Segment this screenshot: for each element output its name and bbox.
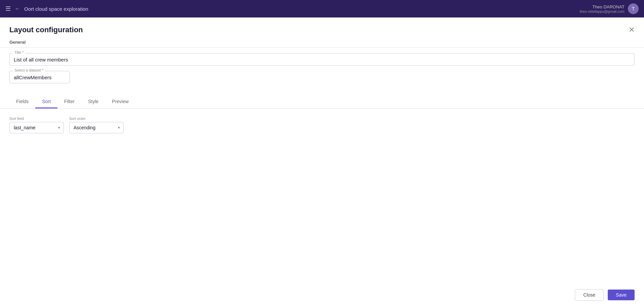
title-field-label: Title * (13, 50, 25, 54)
tab-style[interactable]: Style (81, 95, 105, 108)
section-general-label: General (0, 34, 644, 47)
modal-footer: Close Save (565, 284, 644, 306)
title-field-value[interactable]: List of all crew members (14, 55, 630, 62)
sort-field-label: Sort field (9, 117, 64, 121)
tab-filter[interactable]: Filter (57, 95, 81, 108)
modal-close-button[interactable]: ✕ (629, 26, 635, 34)
tabs-container: Fields Sort Filter Style Preview (0, 95, 644, 108)
dataset-field-label: Select a dataset * (13, 68, 45, 72)
sort-order-select[interactable]: Ascending Descending (70, 122, 123, 133)
tab-sort[interactable]: Sort (35, 95, 57, 108)
save-button[interactable]: Save (608, 290, 635, 300)
topbar-title: Oort cloud space exploration (24, 6, 88, 12)
tab-fields[interactable]: Fields (9, 95, 35, 108)
modal: Layout configuration ✕ General Title * L… (0, 17, 644, 306)
modal-title: Layout configuration (9, 26, 83, 34)
user-email: theo.reliefapps@gmail.com (580, 9, 625, 13)
user-name: Theo DARONAT (580, 4, 625, 9)
sort-order-label: Sort order (69, 117, 124, 121)
back-icon[interactable]: ← (15, 6, 20, 12)
dataset-field-value[interactable]: allCrewMembers (14, 73, 65, 80)
hamburger-icon[interactable]: ☰ (5, 5, 11, 12)
form-section: Title * List of all crew members Select … (0, 48, 644, 89)
close-button[interactable]: Close (575, 289, 604, 301)
modal-header: Layout configuration ✕ (0, 17, 644, 34)
sort-tab-content: Sort field last_name first_name id email… (0, 108, 644, 306)
topbar: ☰ ← Oort cloud space exploration Theo DA… (0, 0, 644, 17)
sort-field-select-wrapper: last_name first_name id email ▾ (9, 122, 64, 133)
title-field-group: Title * List of all crew members (9, 53, 635, 65)
sort-field-group: Sort field last_name first_name id email… (9, 117, 64, 133)
sort-order-select-wrapper: Ascending Descending ▾ (69, 122, 124, 133)
dataset-field-group: Select a dataset * allCrewMembers (9, 71, 70, 83)
avatar: T (628, 3, 639, 14)
sort-order-group: Sort order Ascending Descending ▾ (69, 117, 124, 133)
sort-row: Sort field last_name first_name id email… (9, 117, 635, 133)
tab-preview[interactable]: Preview (105, 95, 135, 108)
sort-field-select[interactable]: last_name first_name id email (10, 122, 63, 133)
